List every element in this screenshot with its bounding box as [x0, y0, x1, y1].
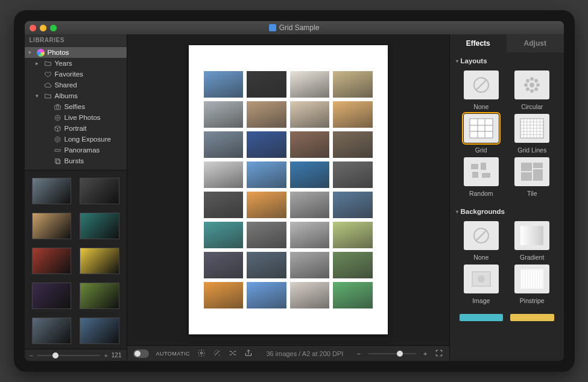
layout-label: None: [473, 103, 488, 110]
close-button[interactable]: [30, 25, 36, 31]
tree-item-long-exposure[interactable]: Long Exposure: [25, 134, 127, 145]
grid-cell[interactable]: [290, 282, 330, 308]
disclosure-icon[interactable]: ▾: [36, 93, 42, 99]
backgrounds-header[interactable]: ▾ Backgrounds: [450, 203, 564, 218]
grid-cell[interactable]: [333, 192, 373, 218]
disclosure-icon[interactable]: ▸: [36, 60, 42, 66]
layout-option-circular[interactable]: Circular: [510, 70, 554, 110]
canvas-zoom-in-icon[interactable]: +: [423, 350, 427, 357]
background-option-pinstripe[interactable]: Pinstripe: [510, 265, 554, 304]
sidebar-thumb[interactable]: [32, 318, 72, 344]
layout-option-none[interactable]: None: [460, 70, 504, 110]
grid-cell[interactable]: [247, 161, 286, 188]
grid-cell[interactable]: [247, 71, 286, 98]
folder-icon: [44, 92, 52, 100]
layout-option-tile[interactable]: Tile: [510, 157, 554, 197]
minimize-button[interactable]: [40, 25, 46, 31]
sidebar-thumb[interactable]: [32, 178, 72, 204]
app-window: Grid Sample LIBRARIES ▾ Photos▸ Years Fa…: [25, 21, 564, 361]
background-swatch[interactable]: [510, 314, 554, 321]
grid-cell[interactable]: [290, 252, 330, 278]
tree-item-selfies[interactable]: Selfies: [25, 101, 127, 112]
grid-cell[interactable]: [247, 222, 286, 248]
tree-item-photos[interactable]: ▾ Photos: [25, 47, 127, 58]
bottom-toolbar: AUTOMATIC 36 images / A2 at 200 DPI − +: [127, 345, 449, 361]
sidebar-thumb[interactable]: [32, 283, 72, 309]
grid-cell[interactable]: [247, 252, 286, 278]
layouts-header[interactable]: ▾ Layouts: [450, 52, 564, 67]
grid-cell[interactable]: [333, 71, 373, 98]
background-option-gradient[interactable]: Gradient: [510, 221, 554, 261]
svg-rect-6: [55, 149, 61, 151]
layout-option-gridlines[interactable]: Grid Lines: [510, 114, 554, 154]
tree-item-panoramas[interactable]: Panoramas: [25, 145, 127, 155]
grid-cell[interactable]: [333, 101, 373, 128]
tree-item-years[interactable]: ▸ Years: [25, 58, 127, 69]
grid-cell[interactable]: [204, 71, 244, 98]
fullscreen-icon[interactable]: [435, 349, 443, 359]
grid-cell[interactable]: [290, 71, 330, 98]
grid-cell[interactable]: [290, 192, 330, 218]
sidebar-thumb[interactable]: [32, 213, 72, 239]
grid-cell[interactable]: [204, 192, 244, 218]
grid-cell[interactable]: [290, 161, 330, 188]
layout-option-grid[interactable]: Grid: [460, 114, 504, 154]
tree-item-favorites[interactable]: Favorites: [25, 69, 127, 80]
tab-effects[interactable]: Effects: [450, 34, 507, 52]
grid-cell[interactable]: [204, 101, 244, 128]
zoom-button[interactable]: [50, 25, 57, 31]
shuffle-icon[interactable]: [229, 349, 237, 359]
grid-cell[interactable]: [290, 101, 330, 128]
page-preview[interactable]: [189, 45, 388, 334]
grid-cell[interactable]: [333, 252, 373, 278]
sidebar-thumb[interactable]: [80, 248, 119, 274]
grid-cell[interactable]: [204, 282, 244, 308]
grid-cell[interactable]: [204, 222, 244, 248]
grid-cell[interactable]: [247, 101, 286, 128]
grid-cell[interactable]: [333, 131, 373, 158]
grid-cell[interactable]: [247, 282, 286, 308]
svg-point-12: [536, 83, 540, 87]
background-option-image[interactable]: Image: [460, 265, 504, 304]
tab-adjust[interactable]: Adjust: [507, 34, 564, 52]
library-tree: ▾ Photos▸ Years Favorites Shared▾ Albums…: [25, 46, 127, 170]
svg-rect-21: [470, 119, 493, 138]
svg-point-19: [534, 79, 538, 83]
tree-item-shared[interactable]: Shared: [25, 80, 127, 90]
background-option-none[interactable]: None: [460, 221, 504, 261]
grid-cell[interactable]: [333, 282, 373, 308]
grid-cell[interactable]: [290, 131, 330, 158]
zoom-in-icon[interactable]: +: [104, 352, 107, 359]
canvas-zoom-slider[interactable]: [368, 353, 416, 354]
tree-item-live-photos[interactable]: Live Photos: [25, 112, 127, 123]
grid-cell[interactable]: [204, 161, 244, 188]
wand-icon[interactable]: [213, 349, 221, 359]
sidebar-thumb[interactable]: [80, 213, 119, 239]
settings-icon[interactable]: [197, 349, 206, 359]
tree-item-label: Favorites: [55, 70, 83, 78]
tree-item-bursts[interactable]: Bursts: [25, 155, 127, 166]
grid-cell[interactable]: [290, 222, 330, 248]
thumb-size-slider[interactable]: [37, 355, 100, 356]
grid-cell[interactable]: [333, 161, 373, 188]
grid-cell[interactable]: [204, 131, 244, 158]
zoom-out-icon[interactable]: −: [30, 352, 33, 359]
automatic-toggle[interactable]: [133, 349, 149, 358]
canvas-zoom-out-icon[interactable]: −: [357, 350, 361, 357]
disclosure-icon[interactable]: ▾: [28, 49, 34, 55]
pano-icon: [54, 146, 62, 154]
tree-item-portrait[interactable]: Portrait: [25, 123, 127, 134]
tree-item-albums[interactable]: ▾ Albums: [25, 90, 127, 101]
sidebar-thumb[interactable]: [80, 283, 119, 309]
background-swatch[interactable]: [460, 314, 504, 321]
grid-cell[interactable]: [247, 192, 286, 218]
grid-cell[interactable]: [204, 252, 244, 278]
layout-option-random[interactable]: Random: [460, 157, 504, 197]
share-icon[interactable]: [244, 349, 253, 359]
grid-cell[interactable]: [247, 131, 286, 158]
sidebar-thumb[interactable]: [80, 318, 119, 344]
folder-icon: [44, 59, 52, 67]
sidebar-thumb[interactable]: [80, 178, 119, 204]
grid-cell[interactable]: [333, 222, 373, 248]
sidebar-thumb[interactable]: [32, 248, 72, 274]
